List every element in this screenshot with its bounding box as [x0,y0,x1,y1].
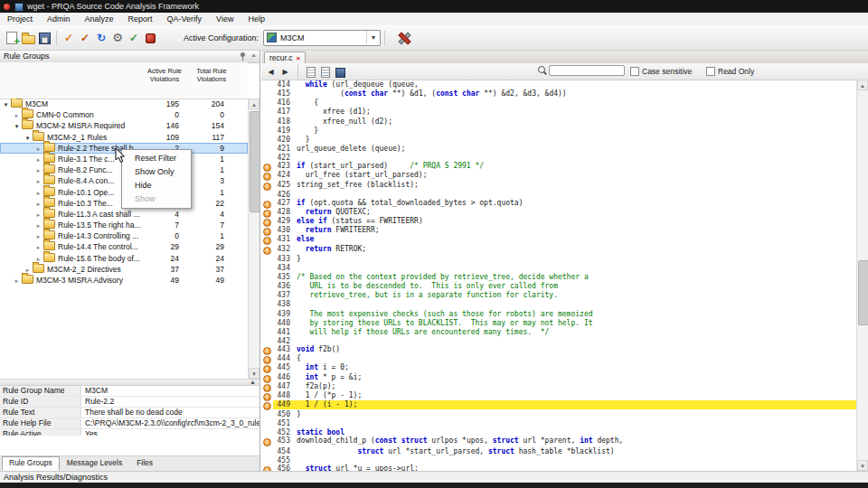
code-line-425[interactable]: i425string_set_free (blacklist); [261,181,856,190]
code-line-431[interactable]: i431else [261,235,856,244]
prev-diagnostic-icon[interactable] [305,66,316,78]
tree-row-rule-13-5-the-right-ha[interactable]: ▸Rule-13.5 The right ha...77 [0,220,248,230]
pin-icon[interactable] [239,52,247,61]
code-line-434[interactable]: 434 [261,263,856,272]
code-line-424[interactable]: i424 url_free (start_url_parsed); [261,171,856,180]
editor-scrollbar[interactable]: ▲ ▼ [856,80,868,471]
code-line-453[interactable]: i453download_child_p (const struct urlpo… [261,436,856,446]
analyze-project-icon[interactable]: ✓ [77,30,93,45]
menu-item-view[interactable]: View [209,13,241,25]
stop-analysis-icon[interactable] [142,30,158,45]
context-menu-item-hide[interactable]: Hide [122,179,191,192]
properties-grip[interactable]: ▲ [0,379,259,386]
tab-message-levels[interactable]: Message Levels [60,456,129,471]
code-line-416[interactable]: 416 { [261,98,856,107]
context-menu-item-show-only[interactable]: Show Only [122,165,191,179]
chevron-up-icon[interactable]: ▲ [250,379,256,385]
code-line-430[interactable]: i430 return FWRITEERR; [261,226,856,235]
code-line-437[interactable]: 437 retrieve_tree, but is in a separate … [261,290,856,299]
scroll-up-icon[interactable]: ▲ [249,99,259,109]
code-line-454[interactable]: 454 struct url *start_url_parsed, struct… [261,446,856,455]
forward-icon[interactable]: ▶ [279,66,291,78]
active-configuration-combobox[interactable]: M3CM ▼ [263,30,381,46]
code-line-415[interactable]: 415 (const char **) &d1, (const char **)… [261,89,856,98]
tree-row-m3cm-2-1-rules[interactable]: ▾M3CM-2_1 Rules109117 [0,132,248,143]
scroll-up-icon[interactable]: ▲ [857,80,868,90]
tree-row-rule-14-4-the-control[interactable]: ▸Rule-14.4 The control...2929 [0,241,248,252]
tab-files[interactable]: Files [129,456,160,471]
code-line-427[interactable]: i427if (opt.quota && total_downloaded_by… [261,199,856,208]
code-line-419[interactable]: 419 } [261,126,856,135]
open-project-icon[interactable] [20,30,36,45]
code-line-448[interactable]: i448 1 / (*p - 1); [261,391,856,400]
code-line-455[interactable]: 455 [261,455,856,465]
settings-gear-icon[interactable]: ⚙ [109,30,126,45]
code-line-426[interactable]: 426 [261,190,856,199]
code-line-439[interactable]: 439 The most expensive checks (such as t… [261,309,856,318]
column-header-total[interactable]: Total Rule Violations [192,67,231,84]
code-line-449[interactable]: i449 1 / (i - 1); [261,400,856,409]
tree-scrollbar[interactable]: ▲ ▼ [248,99,259,379]
code-line-414[interactable]: 414 while (url_dequeue (queue, [261,80,856,89]
code-line-423[interactable]: i423if (start_url_parsed) /* PRQA S 2991… [261,162,856,171]
code-line-422[interactable]: 422 [261,153,856,162]
close-tab-icon[interactable]: × [297,54,301,62]
code-line-438[interactable]: 438 [261,299,856,308]
code-line-443[interactable]: i443void f2b() [261,345,856,354]
case-sensitive-checkbox[interactable]: Case sensitive [630,67,692,76]
code-line-429[interactable]: i429else if (status == FWRITEERR) [261,217,856,226]
tree-row-m3cm[interactable]: ▾M3CM195204 [0,99,248,109]
resync-analysis-icon[interactable]: ↻ [93,30,109,45]
next-diagnostic-icon[interactable] [319,66,331,78]
code-line-421[interactable]: 421url_queue_delete (queue); [261,144,856,153]
code-line-444[interactable]: i444{ [261,354,856,363]
search-icon[interactable] [537,65,547,76]
code-line-456[interactable]: i456 struct url *u = upos->url; [261,465,856,471]
close-panel-icon[interactable]: × [250,52,258,61]
column-header-active[interactable]: Active Rule Violations [145,67,184,84]
search-input[interactable] [549,65,625,76]
tools-wrench-icon[interactable] [396,30,412,45]
menu-item-report[interactable]: Report [121,13,160,25]
expand-arrow-icon[interactable]: ▸ [13,276,21,286]
save-file-icon[interactable] [334,66,345,78]
menu-item-analyze[interactable]: Analyze [78,13,121,25]
scroll-down-icon[interactable]: ▼ [249,368,259,379]
menu-item-admin[interactable]: Admin [40,13,78,25]
code-line-446[interactable]: i446 int * p = &i; [261,373,856,382]
code-line-433[interactable]: 433} [261,254,856,263]
context-menu-item-reset-filter[interactable]: Reset Filter [122,152,191,165]
tab-rule-groups[interactable]: Rule Groups [2,456,60,471]
titlebar[interactable]: wget - PRQA Source Code Analysis Framewo… [0,0,868,13]
code-line-436[interactable]: 436 URL is to be descended to. This is o… [261,281,856,290]
code-line-447[interactable]: i447 f2a(p); [261,382,856,391]
code-line-418[interactable]: 418 xfree_null (d2); [261,117,856,126]
scrollbar-thumb[interactable] [858,260,868,325]
tree-row-cmn-0-common[interactable]: ▸CMN-0 Common00 [0,109,248,120]
tree-row-rule-11-3-a-cast-shall[interactable]: ▸Rule-11.3 A cast shall ...44 [0,209,248,220]
code-line-420[interactable]: 420 } [261,135,856,144]
menu-item-qa-verify[interactable]: QA-Verify [160,13,210,25]
code-line-445[interactable]: i445 int i = 0; [261,363,856,372]
save-project-icon[interactable] [36,30,52,45]
code-line-435[interactable]: 435/* Based on the context provided by r… [261,272,856,281]
read-only-checkbox[interactable]: Read Only [706,67,754,76]
code-line-428[interactable]: i428 return QUOTEXC; [261,208,856,217]
code-line-452[interactable]: 452static bool [261,427,856,436]
menu-item-project[interactable]: Project [0,13,40,25]
code-line-442[interactable]: 442 [261,336,856,345]
code-line-417[interactable]: 417 xfree (d1); [261,107,856,116]
menu-item-help[interactable]: Help [241,13,272,25]
editor-tab-recur-c[interactable]: recur.c× [264,52,306,64]
new-project-icon[interactable] [4,30,20,45]
qa-verify-check-icon[interactable]: ✓ [126,30,142,45]
code-line-451[interactable]: 451 [261,418,856,427]
code-line-432[interactable]: i432 return RETROK; [261,245,856,254]
analyze-file-icon[interactable]: ✓ [61,30,77,45]
scrollbar-thumb[interactable] [250,111,260,212]
code-line-450[interactable]: 450} [261,409,856,418]
tree-row-m3cm-3-misra-advisory[interactable]: ▸M3CM-3 MISRA Advisory4949 [0,275,248,286]
back-icon[interactable]: ◀ [265,66,277,78]
tree-row-m3cm-2-2-directives[interactable]: ▸M3CM-2_2 Directives3737 [0,264,248,275]
scroll-down-icon[interactable]: ▼ [857,460,868,471]
